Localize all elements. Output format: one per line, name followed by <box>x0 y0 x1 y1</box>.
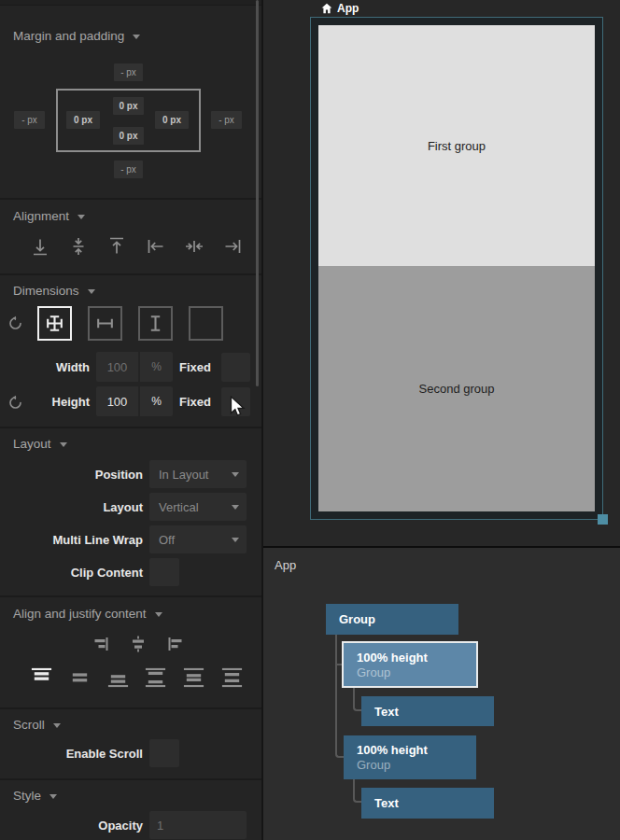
size-fill-height-icon[interactable] <box>138 306 173 341</box>
width-fixed-checkbox[interactable] <box>221 353 250 382</box>
padding-bottom-field[interactable]: 0 px <box>113 127 144 145</box>
align-content-toolbar <box>92 636 184 652</box>
app-window: Margin and padding - px - px - px - px 0… <box>0 0 620 840</box>
margin-bottom-field[interactable]: - px <box>114 161 143 178</box>
first-group[interactable]: First group <box>318 25 595 266</box>
section-title: Dimensions <box>13 284 79 298</box>
chevron-down-icon <box>88 289 95 294</box>
margin-padding-control: - px - px - px - px 0 px 0 px 0 px 0 px <box>0 0 261 198</box>
chevron-down-icon <box>155 612 162 617</box>
align-vertical-center-icon[interactable] <box>68 235 89 258</box>
align-left-icon[interactable] <box>146 235 166 258</box>
multi-line-wrap-value: Off <box>159 533 175 547</box>
position-row: Position In Layout <box>0 460 261 488</box>
tree-panel-label: App <box>275 558 296 572</box>
height-input-group: % <box>96 386 173 416</box>
section-header-alignment[interactable]: Alignment <box>13 207 85 224</box>
home-icon <box>321 3 332 14</box>
padding-right-field[interactable]: 0 px <box>155 111 189 129</box>
chevron-down-icon <box>232 538 239 542</box>
section-header-layout[interactable]: Layout <box>13 435 67 452</box>
padding-left-field[interactable]: 0 px <box>66 111 100 129</box>
align-right-icon[interactable] <box>222 235 243 258</box>
height-unit-select[interactable]: % <box>138 386 173 416</box>
canvas-content: First group Second group <box>318 25 595 511</box>
size-fill-both-icon[interactable] <box>37 306 72 341</box>
justify-space-evenly-icon[interactable] <box>220 666 244 689</box>
clip-content-row: Clip Content <box>0 558 261 586</box>
opacity-label: Opacity <box>0 819 143 833</box>
width-input[interactable] <box>96 352 138 382</box>
tree-node-100-height-group[interactable]: 100% height Group <box>344 735 476 779</box>
align-content-center-icon[interactable] <box>130 636 147 652</box>
margin-top-field[interactable]: - px <box>114 63 143 81</box>
opacity-input[interactable] <box>149 811 247 839</box>
layout-dropdown[interactable]: Vertical <box>149 493 247 521</box>
section-header-dimensions[interactable]: Dimensions <box>13 282 95 299</box>
multi-line-wrap-dropdown[interactable]: Off <box>149 525 247 553</box>
multi-line-wrap-label: Multi Line Wrap <box>0 533 143 547</box>
align-top-icon[interactable] <box>106 235 127 258</box>
layout-label: Layout <box>0 500 143 514</box>
align-bottom-icon[interactable] <box>30 235 50 258</box>
height-input[interactable] <box>96 386 138 416</box>
size-none-icon[interactable] <box>189 306 223 341</box>
section-title: Align and justify content <box>13 607 147 621</box>
position-label: Position <box>0 468 143 482</box>
screen-label[interactable]: App <box>321 1 359 16</box>
inspector-panel: Margin and padding - px - px - px - px 0… <box>0 0 263 840</box>
height-fixed-checkbox[interactable] <box>221 387 250 416</box>
height-label: Height <box>0 395 90 409</box>
tree-panel: App Group 100% height Group Text 100% he… <box>263 546 620 840</box>
second-group[interactable]: Second group <box>318 266 595 511</box>
tree-node-text[interactable]: Text <box>361 696 494 726</box>
clip-content-checkbox[interactable] <box>149 558 179 586</box>
layout-row: Layout Vertical <box>0 493 261 521</box>
tree-node-label: Group <box>339 612 458 626</box>
width-unit-select[interactable]: % <box>138 352 173 382</box>
tree-node-100-height-group-selected[interactable]: 100% height Group <box>342 641 478 688</box>
canvas-panel: App First group Second group <box>263 0 620 544</box>
section-header-scroll[interactable]: Scroll <box>13 716 61 733</box>
section-title: Style <box>13 789 41 803</box>
enable-scroll-checkbox[interactable] <box>149 739 179 767</box>
margin-right-field[interactable]: - px <box>211 111 242 129</box>
justify-space-around-icon[interactable] <box>182 666 205 689</box>
align-horizontal-center-icon[interactable] <box>184 235 204 258</box>
position-dropdown[interactable]: In Layout <box>149 460 247 488</box>
align-content-left-icon[interactable] <box>167 636 184 652</box>
margin-left-field[interactable]: - px <box>14 111 45 129</box>
align-content-right-icon[interactable] <box>92 636 109 652</box>
width-input-group: % <box>96 352 173 382</box>
tree-node-sublabel: Group <box>357 665 476 679</box>
justify-space-between-icon[interactable] <box>144 666 167 689</box>
inspector-scrollbar-thumb[interactable] <box>256 0 259 386</box>
opacity-row: Opacity <box>0 811 261 839</box>
justify-end-icon[interactable] <box>106 666 130 689</box>
clip-content-label: Clip Content <box>0 566 143 580</box>
chevron-down-icon <box>232 505 239 510</box>
chevron-down-icon <box>49 794 57 799</box>
padding-top-field[interactable]: 0 px <box>113 97 144 115</box>
height-fixed-label: Fixed <box>179 395 211 409</box>
section-header-style[interactable]: Style <box>13 787 57 804</box>
canvas-resize-handle[interactable] <box>598 514 608 525</box>
width-fixed-label: Fixed <box>179 360 211 374</box>
tree-node-text[interactable]: Text <box>361 788 494 819</box>
canvas-frame[interactable]: First group Second group <box>310 17 603 520</box>
section-title: Layout <box>13 437 51 451</box>
width-row: Width % Fixed <box>0 352 261 382</box>
justify-center-icon[interactable] <box>68 666 92 689</box>
wrap-row: Multi Line Wrap Off <box>0 525 261 553</box>
size-fill-width-icon[interactable] <box>88 306 122 341</box>
section-header-align-justify[interactable]: Align and justify content <box>13 605 162 622</box>
tree-node-label: Text <box>374 705 494 719</box>
reset-size-mode-icon[interactable] <box>7 315 23 331</box>
justify-start-icon[interactable] <box>30 666 53 689</box>
layout-value: Vertical <box>159 500 199 514</box>
tree-node-sublabel: Group <box>357 758 476 772</box>
tree-node-group[interactable]: Group <box>326 604 458 635</box>
size-mode-toolbar <box>37 306 223 341</box>
enable-scroll-label: Enable Scroll <box>0 747 143 761</box>
height-row: Height % Fixed <box>0 386 261 416</box>
